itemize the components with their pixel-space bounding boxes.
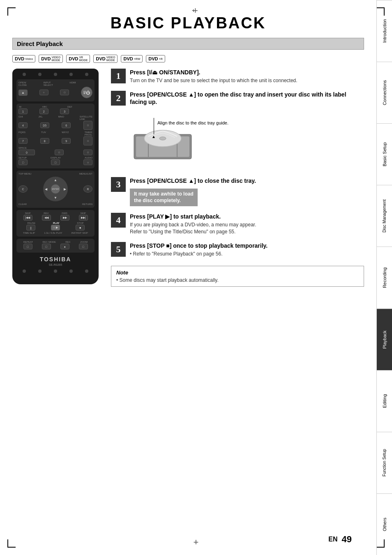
num-9-button[interactable]: 9 (62, 138, 71, 144)
step-4-title: Press [PLAY ▶] to start playback. (130, 213, 364, 220)
arrow-head: ▲ (152, 134, 156, 139)
sidebar-tab-editing[interactable]: Editing (377, 370, 392, 432)
num-3-button[interactable]: 3 (60, 108, 69, 114)
numpad-row-2: 4 D5 6 □ (18, 121, 92, 130)
remote-bottom-section: REPEAT REC MODE REC ZOOM □ □ ● □ (16, 239, 95, 253)
step-4: 4 Press [PLAY ▶] to start playback. If y… (111, 213, 364, 235)
dvd-badge-video-mode2: DVD VIDEOMODE (93, 55, 118, 63)
sidebar-tab-function-setup[interactable]: Function Setup (377, 432, 392, 493)
step-1-number: 1 (111, 69, 126, 83)
num-6-button[interactable]: 6 (62, 122, 71, 128)
sidebar-tab-others[interactable]: Others (377, 493, 392, 555)
step-2: 2 Press [OPEN/CLOSE ▲] to open the disc … (111, 91, 364, 170)
display-button[interactable]: □ (51, 159, 60, 165)
remote-dot-5 (85, 73, 88, 76)
enter-button[interactable]: ENTER (51, 184, 60, 193)
dvd-badge-video-mode: DVD VIDEOMODE (39, 55, 63, 63)
repeat-button[interactable]: □ (23, 244, 32, 249)
step-4-content: Press [PLAY ▶] to start playback. If you… (130, 213, 364, 235)
nav-down-arrow[interactable]: ▼ (54, 196, 57, 200)
num-1-button[interactable]: 1 (18, 108, 28, 114)
nav-right-arrow[interactable]: ▶ (64, 187, 66, 191)
transport-label-row-2: PAUSE PLAY STOP (18, 222, 92, 224)
zoom-button[interactable]: □ (79, 244, 88, 249)
transport-row-1: |◀◀ ◀◀ ▶▶ ▶▶| (18, 215, 92, 221)
nav-up-arrow[interactable]: ▲ (54, 178, 57, 182)
two-col-layout: OPEN/CLOSE INPUTSELECT HDMI ▲ ○ □ I/⏻ (12, 69, 364, 287)
num-7-button[interactable]: 7 (18, 138, 28, 144)
numpad-label-wxyz: WXYZ (62, 131, 69, 136)
numpad-label-1: ·M· (18, 106, 22, 108)
satellite-button[interactable]: □ (83, 121, 92, 130)
transport-label-row-1: SKIP REV FWD SKIP (18, 212, 92, 214)
remote-top-dots (16, 73, 95, 76)
page-number-container: EN 49 (328, 534, 352, 545)
numpad-label-ghi: GHI (18, 115, 23, 120)
step-1-title: Press [I/⏏ ON/STANDBY]. (130, 69, 364, 76)
open-close-label: OPEN/CLOSE (18, 81, 27, 86)
eject-button[interactable]: ▲ (18, 90, 28, 96)
input-select-button[interactable]: ○ (39, 90, 48, 95)
clear-button[interactable]: C (18, 185, 28, 193)
en-label: EN (328, 536, 337, 543)
audio-button[interactable]: ○ (83, 159, 92, 165)
blank-btn[interactable]: □ (55, 150, 64, 155)
numpad-label-mno: MNO (58, 115, 64, 120)
remote-dot-3 (54, 73, 57, 76)
num-0-button[interactable]: 0 (18, 150, 35, 155)
step-2-number: 2 (111, 91, 126, 106)
remote-bottom-dot-5 (85, 269, 88, 273)
num-8-button[interactable]: 8 (40, 138, 49, 144)
model-number: SE-R0265 (16, 263, 95, 266)
blank-btn-2[interactable]: □ (83, 150, 92, 155)
num-4-button[interactable]: 4 (18, 122, 28, 128)
warning-box: It may take awhile to loadthe disc compl… (130, 189, 198, 207)
sidebar-tab-introduction[interactable]: Introduction (377, 0, 392, 62)
skip-label-1: SKIP (25, 212, 31, 214)
audio-label: AUDIO (85, 157, 92, 159)
sidebar-tab-recording[interactable]: Recording (377, 246, 392, 308)
fwd-button[interactable]: ▶▶ (60, 215, 69, 221)
rec-button[interactable]: ● (60, 244, 69, 249)
num-2-button[interactable]: 2 (39, 108, 48, 114)
num-5-button[interactable]: D5 (40, 122, 49, 128)
space-label: SPACE (18, 147, 27, 149)
return-label-text: RETURN (82, 203, 92, 205)
step-3: 3 Press [OPEN/CLOSE ▲] to close the disc… (111, 177, 364, 206)
remote-numpad-section: ·M· ABC DEF 1 2 3 GHI JKL MNO (16, 104, 95, 168)
rev-button[interactable]: ◀◀ (42, 215, 51, 221)
stop-button[interactable]: ■ (76, 225, 85, 230)
remote-bottom-dots (16, 269, 95, 273)
sidebar-tab-disc-management[interactable]: Disc Management (377, 185, 392, 246)
rec-mode-label: REC MODE (43, 241, 56, 243)
power-button[interactable]: I/⏻ (81, 87, 92, 98)
numpad-row-5: □ □ ○ (18, 159, 92, 165)
sidebar-tab-connections[interactable]: Connections (377, 62, 392, 123)
zoom-label: ZOOM (80, 241, 88, 243)
nav-circle: ▲ ▼ ◀ ▶ ENTER (43, 177, 68, 201)
nav-left-arrow[interactable]: ◀ (45, 187, 47, 191)
numpad-label-row-4: SPACE (18, 147, 92, 149)
skip-fwd-button[interactable]: ▶▶| (79, 215, 88, 221)
return-button[interactable]: R (83, 185, 92, 193)
numpad-label-jkl: JKL (39, 115, 43, 120)
pause-button[interactable]: || (26, 225, 35, 230)
step-1: 1 Press [I/⏏ ON/STANDBY]. Turn on the TV… (111, 69, 364, 84)
hdmi-button[interactable]: □ (60, 90, 69, 95)
play-button[interactable]: ○ ▶ (51, 225, 60, 230)
timer-button[interactable]: □ (83, 136, 92, 145)
numpad-label-pqrs: PQRS (18, 131, 25, 136)
rec-mode-button[interactable]: □ (42, 244, 51, 249)
dvd-sub-video-mode: VIDEOMODE (51, 56, 60, 62)
skip-back-button[interactable]: |◀◀ (23, 215, 32, 221)
remote-dot-1 (23, 73, 26, 76)
dvd-badge-vr-mode: DVD VRMODE (66, 55, 90, 63)
step-4-number: 4 (111, 213, 126, 228)
step-5-desc: • Refer to "Resume Playback" on page 56. (130, 251, 364, 258)
transport-row-2: || ○ ▶ ■ (18, 225, 92, 230)
setup-button[interactable]: □ (18, 159, 28, 165)
dvd-icons-row: DVD Video DVD VIDEOMODE DVD VRMODE DVD V… (12, 55, 364, 63)
sidebar-tab-playback[interactable]: Playback (377, 309, 392, 370)
step-5-content: Press [STOP ■] once to stop playback tem… (130, 242, 364, 258)
sidebar-tab-basic-setup[interactable]: Basic Setup (377, 123, 392, 185)
